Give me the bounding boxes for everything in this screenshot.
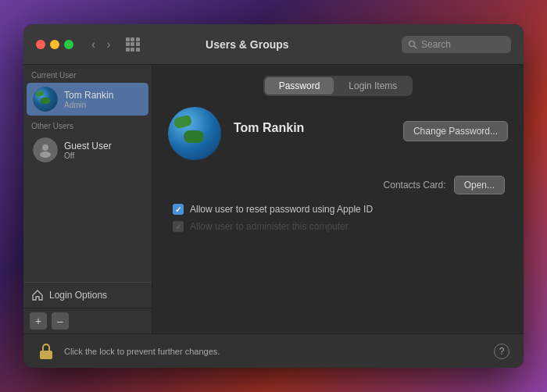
add-user-button[interactable]: + — [30, 312, 47, 330]
sidebar: Current User Tom Rankin Admin Other User… — [23, 65, 152, 333]
sidebar-item-login-options[interactable]: Login Options — [23, 282, 152, 308]
svg-point-3 — [40, 151, 51, 158]
content-area: Current User Tom Rankin Admin Other User… — [23, 65, 524, 333]
lock-shackle — [42, 344, 50, 351]
back-button[interactable]: ‹ — [88, 36, 99, 53]
other-users-label: Other Users — [23, 116, 152, 134]
traffic-lights — [36, 40, 73, 49]
maximize-button[interactable] — [64, 40, 73, 49]
search-input[interactable] — [421, 39, 499, 50]
svg-line-1 — [414, 46, 417, 48]
avatar — [33, 87, 58, 112]
checkbox-apple-id-label: Allow user to reset password using Apple… — [190, 204, 373, 215]
tab-login-items[interactable]: Login Items — [334, 77, 411, 94]
home-icon — [31, 289, 44, 301]
tab-password[interactable]: Password — [265, 77, 334, 94]
user-info: Tom Rankin Admin — [64, 90, 113, 109]
user-role: Admin — [64, 101, 113, 109]
main-user-avatar — [168, 107, 221, 160]
user-name: Tom Rankin — [64, 90, 113, 101]
user-avatar-earth — [33, 87, 58, 112]
remove-user-button[interactable]: – — [52, 312, 69, 330]
close-button[interactable] — [36, 40, 45, 49]
contacts-card-row: Contacts Card: Open... — [168, 176, 508, 194]
main-panel: Password Login Items Tom Rankin Change P… — [152, 65, 524, 333]
search-bar[interactable] — [402, 36, 511, 53]
guest-user-info: Guest User Off — [64, 141, 112, 160]
window-title: Users & Groups — [101, 38, 394, 51]
help-button[interactable]: ? — [494, 344, 509, 359]
checkbox-row-apple-id[interactable]: Allow user to reset password using Apple… — [168, 204, 508, 215]
tab-bar: Password Login Items — [168, 76, 508, 96]
current-user-label: Current User — [23, 65, 152, 83]
sidebar-footer: + – — [23, 308, 152, 333]
titlebar: ‹ › Users & Groups — [23, 24, 524, 65]
tab-group: Password Login Items — [263, 76, 413, 96]
contacts-card-label: Contacts Card: — [384, 180, 446, 191]
sidebar-item-guest-user[interactable]: Guest User Off — [27, 134, 148, 166]
sidebar-item-current-user[interactable]: Tom Rankin Admin — [27, 83, 148, 116]
svg-point-2 — [42, 144, 48, 151]
minimize-button[interactable] — [50, 40, 59, 49]
guest-role: Off — [64, 151, 112, 160]
bottom-bar: Click the lock to prevent further change… — [23, 333, 524, 368]
lock-icon[interactable] — [38, 343, 55, 360]
lock-body — [40, 351, 52, 359]
checkbox-row-admin: Allow user to administer this computer — [168, 221, 508, 232]
checkbox-apple-id[interactable] — [173, 204, 184, 215]
change-password-button[interactable]: Change Password... — [403, 121, 508, 141]
login-options-label: Login Options — [49, 290, 107, 301]
checkbox-admin-label: Allow user to administer this computer — [190, 221, 349, 232]
svg-point-0 — [409, 41, 415, 46]
open-contacts-button[interactable]: Open... — [454, 176, 505, 194]
search-icon — [408, 40, 417, 49]
checkbox-admin — [173, 221, 184, 232]
user-detail: Tom Rankin Change Password... — [168, 107, 508, 160]
guest-avatar — [33, 137, 58, 162]
guest-name: Guest User — [64, 141, 112, 151]
main-window: ‹ › Users & Groups Current User — [23, 24, 524, 368]
lock-text: Click the lock to prevent further change… — [64, 347, 484, 356]
main-user-name: Tom Rankin — [234, 121, 304, 135]
avatar — [33, 137, 58, 162]
